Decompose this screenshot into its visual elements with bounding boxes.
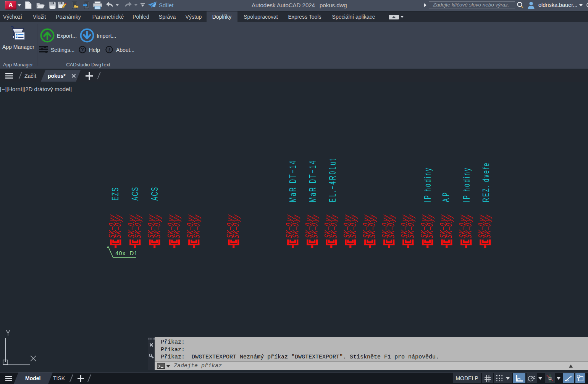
svg-text:?: ?: [81, 47, 84, 52]
svg-text:i: i: [108, 47, 110, 53]
